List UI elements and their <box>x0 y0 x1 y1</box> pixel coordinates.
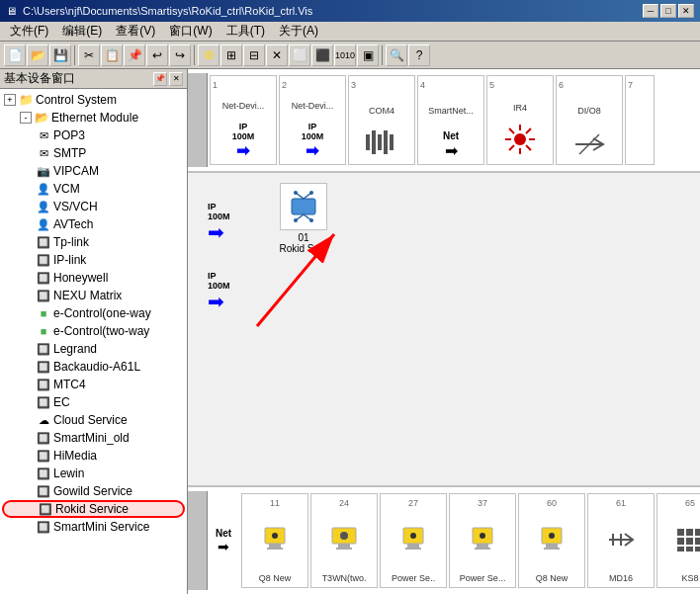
svg-rect-37 <box>405 548 421 550</box>
cut-button[interactable]: ✂ <box>78 44 100 66</box>
card5-name: IR4 <box>513 103 527 113</box>
svg-rect-0 <box>366 134 370 150</box>
toolbar-sep3 <box>382 45 383 65</box>
sidebar-item-lewin[interactable]: 🔲 Lewin <box>2 465 185 482</box>
tree-ethernet-module[interactable]: - 📂 Ethernet Module <box>2 109 185 127</box>
device-card-5[interactable]: 5 IR4 <box>486 75 554 165</box>
sidebar-item-econtrol-one[interactable]: ■ e-Control(one-way <box>2 304 185 322</box>
bottom-card-65[interactable]: 65 <box>656 493 700 588</box>
paste-button[interactable]: 📌 <box>124 44 145 66</box>
bottom-card-37[interactable]: 37 Power Se... <box>449 493 516 588</box>
sidebar-item-cloud[interactable]: ☁ Cloud Service <box>2 411 185 429</box>
sidebar-item-vsvch[interactable]: 👤 VS/VCH <box>2 198 185 215</box>
sidebar-item-vcm[interactable]: 👤 VCM <box>2 180 185 198</box>
tree-control-system[interactable]: + 📁 Control System <box>2 91 185 109</box>
expand-icon-cs[interactable]: + <box>4 94 16 106</box>
panel-pin-button[interactable]: 📌 <box>153 72 167 86</box>
sidebar-item-legrand[interactable]: 🔲 Legrand <box>2 340 185 358</box>
maximize-button[interactable]: □ <box>660 4 676 18</box>
device-card-2[interactable]: 2 Net-Devi... IP 100M ➡ <box>279 75 346 165</box>
tool6-button[interactable]: ⬛ <box>311 44 333 66</box>
undo-button[interactable]: ↩ <box>146 44 168 66</box>
bottom-card-27[interactable]: 27 Power Se.. <box>380 493 447 588</box>
sidebar-item-rokid[interactable]: 🔲 Rokid Service <box>2 500 185 518</box>
sidebar-item-avtech[interactable]: 👤 AVTech <box>2 215 185 233</box>
econtrol-two-label: e-Control(two-way <box>53 324 149 338</box>
tool1-button[interactable]: ⚙ <box>198 44 219 66</box>
menu-edit[interactable]: 编辑(E) <box>56 22 108 41</box>
save-button[interactable]: 💾 <box>49 44 71 66</box>
himedia-label: HiMedia <box>53 449 97 463</box>
bottom-card-61[interactable]: 61 MD16 <box>587 493 655 588</box>
device-icon-pop3: ✉ <box>36 127 51 143</box>
ip100m-block-middle: IP100M ➡ <box>208 203 230 242</box>
sidebar-item-smartmini-service[interactable]: 🔲 SmartMini Service <box>2 518 185 536</box>
device-tree[interactable]: + 📁 Control System - 📂 Ethernet Module ✉… <box>0 89 187 594</box>
sidebar-item-himedia[interactable]: 🔲 HiMedia <box>2 447 185 465</box>
svg-rect-45 <box>544 548 560 550</box>
tool5-button[interactable]: ⬜ <box>289 44 310 66</box>
sidebar-item-econtrol-two[interactable]: ■ e-Control(two-way <box>2 322 185 340</box>
tool4-button[interactable]: ✕ <box>266 44 288 66</box>
card24-label: T3WN(two. <box>322 573 367 583</box>
sidebar-item-mtc4[interactable]: 🔲 MTC4 <box>2 376 185 393</box>
device-card-4[interactable]: 4 SmartNet... Net ➡ <box>417 75 484 165</box>
menu-about[interactable]: 关于(A) <box>273 22 324 41</box>
device-card-6[interactable]: 6 DI/O8 <box>556 75 623 165</box>
bottom-strip-left <box>188 491 208 590</box>
help-button[interactable]: ? <box>408 44 430 66</box>
menu-view[interactable]: 查看(V) <box>110 22 161 41</box>
tool2-button[interactable]: ⊞ <box>220 44 242 66</box>
card4-num: 4 <box>420 80 425 90</box>
svg-rect-55 <box>695 538 700 545</box>
sidebar-item-pop3[interactable]: ✉ POP3 <box>2 127 185 144</box>
menu-window[interactable]: 窗口(W) <box>163 22 218 41</box>
control-system-label: Control System <box>36 93 117 107</box>
sidebar-item-ec[interactable]: 🔲 EC <box>2 393 185 411</box>
sidebar-item-vipcam[interactable]: 📷 VIPCAM <box>2 162 185 180</box>
toolbar: 📄 📂 💾 ✂ 📋 📌 ↩ ↪ ⚙ ⊞ ⊟ ✕ ⬜ ⬛ 1010 ▣ 🔍 ? <box>0 42 700 69</box>
new-button[interactable]: 📄 <box>4 44 26 66</box>
nexu-label: NEXU Matrix <box>53 289 122 302</box>
device-card-1[interactable]: 1 Net-Devi... IP 100M ➡ <box>210 75 277 165</box>
copy-button[interactable]: 📋 <box>101 44 123 66</box>
sidebar-item-smtp[interactable]: ✉ SMTP <box>2 144 185 162</box>
tool8-button[interactable]: ▣ <box>357 44 379 66</box>
menu-file[interactable]: 文件(F) <box>4 22 54 41</box>
expand-icon-em[interactable]: - <box>20 112 32 124</box>
card27-num: 27 <box>408 498 418 508</box>
sidebar-item-backaudio[interactable]: 🔲 Backaudio-A61L <box>2 358 185 376</box>
bottom-card-60[interactable]: 60 Q8 New <box>518 493 585 588</box>
sidebar-item-nexu[interactable]: 🔲 NEXU Matrix <box>2 287 185 304</box>
open-button[interactable]: 📂 <box>27 44 48 66</box>
card24-num: 24 <box>339 498 349 508</box>
zoom-button[interactable]: 🔍 <box>386 44 407 66</box>
sidebar-item-smartmini-old[interactable]: 🔲 SmartMini_old <box>2 429 185 447</box>
sidebar-item-tplink[interactable]: 🔲 Tp-link <box>2 233 185 251</box>
card6-num: 6 <box>559 80 564 90</box>
title-bar: 🖥 C:\Users\njf\Documents\Smartisys\RoKid… <box>0 0 700 22</box>
redo-button[interactable]: ↪ <box>169 44 191 66</box>
device-icon-rokid: 🔲 <box>38 501 53 517</box>
device-icon-avtech: 👤 <box>36 216 51 232</box>
sidebar-item-iplink[interactable]: 🔲 IP-link <box>2 251 185 269</box>
menu-tools[interactable]: 工具(T) <box>220 22 271 41</box>
device-card-3[interactable]: 3 COM4 <box>348 75 415 165</box>
strip-left-bar <box>188 73 208 167</box>
panel-header: 基本设备窗口 📌 ✕ <box>0 69 187 89</box>
svg-rect-36 <box>407 544 419 548</box>
bottom-card-11[interactable]: 11 Q8 New <box>241 493 308 588</box>
close-button[interactable]: ✕ <box>678 4 694 18</box>
bottom-card-24[interactable]: 24 T3WN(two. <box>310 493 378 588</box>
node-01-container[interactable]: 01 Rokid Se... <box>280 183 328 254</box>
node-01-box <box>280 183 327 230</box>
tool7-button[interactable]: 1010 <box>334 44 356 66</box>
device-icon-iplink: 🔲 <box>36 252 51 268</box>
minimize-button[interactable]: ─ <box>643 4 658 18</box>
sidebar-item-gowild[interactable]: 🔲 Gowild Service <box>2 482 185 500</box>
tool3-button[interactable]: ⊟ <box>243 44 265 66</box>
panel-close-button[interactable]: ✕ <box>169 72 183 86</box>
sidebar-item-honeywell[interactable]: 🔲 Honeywell <box>2 269 185 287</box>
svg-rect-3 <box>384 130 388 154</box>
svg-rect-33 <box>336 548 352 550</box>
